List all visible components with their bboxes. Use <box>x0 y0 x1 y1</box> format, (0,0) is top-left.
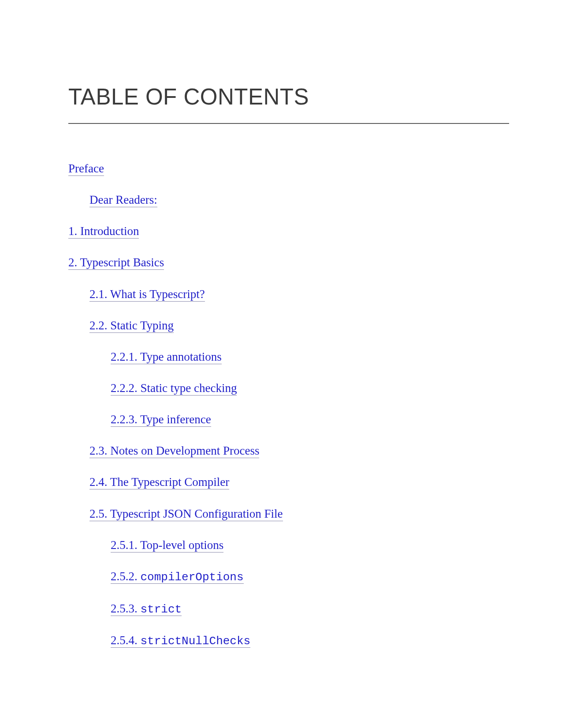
toc-entry: 2.5.1. Top-level options <box>111 537 509 554</box>
toc-entry: 2.3. Notes on Development Process <box>89 442 509 459</box>
toc-entry: 2. Typescript Basics <box>68 254 509 271</box>
page-container: TABLE OF CONTENTS PrefaceDear Readers:1.… <box>0 0 562 650</box>
toc-link[interactable]: 2.5.1. Top-level options <box>111 538 223 553</box>
toc-link[interactable]: 2.2.1. Type annotations <box>111 350 222 364</box>
toc-link[interactable]: 1. Introduction <box>68 224 139 239</box>
toc-entry: 2.5.3. strict <box>111 600 509 618</box>
toc-entry: 2.2.2. Static type checking <box>111 380 509 397</box>
toc-link[interactable]: 2. Typescript Basics <box>68 256 164 270</box>
toc-entry: 2.2. Static Typing <box>89 317 509 334</box>
toc-link[interactable]: 2.1. What is Typescript? <box>89 287 205 302</box>
toc-link[interactable]: 2.2.2. Static type checking <box>111 381 237 396</box>
toc-link-code: strict <box>141 603 182 616</box>
toc-link[interactable]: 2.3. Notes on Development Process <box>89 444 259 458</box>
toc-link[interactable]: 2.5.3. strict <box>111 602 182 616</box>
toc-entry: 2.2.3. Type inference <box>111 411 509 428</box>
toc-link-prefix: 2.5.3. <box>111 602 141 615</box>
page-title: TABLE OF CONTENTS <box>68 84 509 124</box>
toc-entry: 2.4. The Typescript Compiler <box>89 474 509 491</box>
toc-link[interactable]: 2.5.4. strictNullChecks <box>111 634 250 648</box>
toc-entry: 2.5.4. strictNullChecks <box>111 632 509 650</box>
toc-link[interactable]: 2.2.3. Type inference <box>111 413 211 427</box>
table-of-contents: PrefaceDear Readers:1. Introduction2. Ty… <box>68 160 509 650</box>
toc-link-prefix: 2.5.2. <box>111 570 141 583</box>
toc-link[interactable]: 2.5.2. compilerOptions <box>111 570 244 584</box>
toc-entry: Preface <box>68 160 509 177</box>
toc-link[interactable]: Dear Readers: <box>89 193 157 207</box>
toc-link[interactable]: 2.4. The Typescript Compiler <box>89 475 229 489</box>
toc-link-code: compilerOptions <box>141 571 244 584</box>
toc-link[interactable]: 2.5. Typescript JSON Configuration File <box>89 507 283 521</box>
toc-link[interactable]: 2.2. Static Typing <box>89 319 174 333</box>
toc-entry: 2.5.2. compilerOptions <box>111 568 509 586</box>
toc-entry: 2.1. What is Typescript? <box>89 286 509 303</box>
toc-entry: 2.2.1. Type annotations <box>111 348 509 366</box>
toc-link[interactable]: Preface <box>68 162 104 176</box>
toc-link-code: strictNullChecks <box>141 635 251 648</box>
toc-link-prefix: 2.5.4. <box>111 634 141 647</box>
toc-entry: Dear Readers: <box>89 191 509 209</box>
toc-entry: 2.5. Typescript JSON Configuration File <box>89 505 509 523</box>
toc-entry: 1. Introduction <box>68 223 509 240</box>
